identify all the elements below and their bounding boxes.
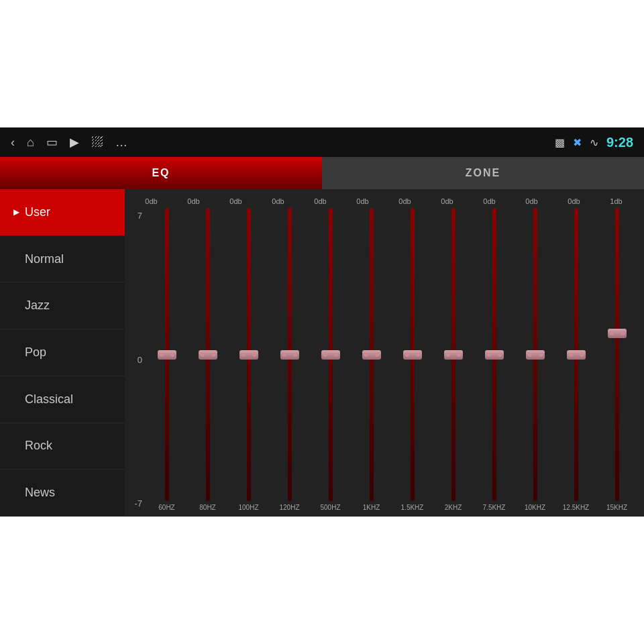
tab-bar: EQ ZONE [0,157,644,189]
db-label-10: 0db [555,197,594,205]
slider-handle-2[interactable] [239,350,258,360]
freq-label-7: 2KHZ [445,504,462,511]
freq-label-4: 500HZ [320,504,340,511]
slider-track-6 [411,208,415,501]
status-bar: ‹ ⌂ ▭ ▶ ⛆ … ▩ ✖ ∿ 9:28 [0,127,644,157]
eq-slider-col-7: 2KHZ [434,208,473,511]
slider-track-3 [288,208,292,501]
eq-slider-col-5: 1KHZ [352,208,391,511]
scale-top: 7 [130,211,142,221]
status-bar-left: ‹ ⌂ ▭ ▶ ⛆ … [11,135,127,150]
db-label-0: 0db [132,197,171,205]
home-icon[interactable]: ⌂ [27,136,34,150]
scale-bot: -7 [130,498,142,508]
db-label-6: 0db [386,197,425,205]
main-content: ▶ User ▶ Normal ▶ Jazz ▶ Pop ▶ Classic [0,189,644,517]
layers-icon[interactable]: ▭ [46,135,58,150]
eq-slider-col-8: 7.5KHZ [475,208,514,511]
eq-scale: 7 0 -7 [130,208,146,511]
freq-label-6: 1.5KHZ [401,504,424,511]
eq-labels-top: 0db0db0db0db0db0db0db0db0db0db0db1db [130,197,637,205]
slider-track-11 [615,208,619,501]
slider-track-container-1 [201,208,215,501]
status-bar-right: ▩ ✖ ∿ 9:28 [555,135,633,150]
eq-slider-col-2: 100HZ [229,208,268,511]
freq-label-10: 12.5KHZ [563,504,589,511]
slider-handle-11[interactable] [608,329,627,338]
slider-handle-8[interactable] [485,350,504,360]
sidebar-item-news[interactable]: ▶ News [0,470,125,517]
db-label-1: 0db [174,197,213,205]
slider-track-2 [247,208,251,501]
db-label-5: 0db [343,197,382,205]
eq-slider-col-10: 12.5KHZ [557,208,596,511]
slider-track-container-2 [242,208,256,501]
slider-handle-1[interactable] [199,350,217,360]
freq-label-9: 10KHZ [525,504,545,511]
freq-label-8: 7.5KHZ [483,504,506,511]
slider-handle-0[interactable] [158,350,176,360]
slider-handle-9[interactable] [526,350,545,360]
slider-track-container-11 [610,208,624,501]
eq-slider-col-11: 15KHZ [598,208,637,511]
eq-main: 7 0 -7 60HZ80HZ100HZ120HZ500HZ1KHZ1.5KHZ… [130,208,637,511]
db-label-3: 0db [259,197,298,205]
sidebar-item-jazz[interactable]: ▶ Jazz [0,282,125,329]
play-icon-pop: ▶ [13,348,19,358]
eq-slider-col-0: 60HZ [148,208,186,511]
slider-track-container-8 [488,208,501,501]
db-label-11: 1db [597,197,636,205]
slider-track-5 [370,208,374,501]
db-label-7: 0db [428,197,467,205]
slider-track-0 [165,208,169,501]
outer-wrapper: ‹ ⌂ ▭ ▶ ⛆ … ▩ ✖ ∿ 9:28 EQ ZONE [0,0,644,644]
db-label-2: 0db [217,197,256,205]
slider-track-10 [574,208,578,501]
sidebar-item-user[interactable]: ▶ User [0,189,125,236]
eq-slider-col-1: 80HZ [189,208,227,511]
wifi-icon: ∿ [590,136,598,149]
eq-panel: 0db0db0db0db0db0db0db0db0db0db0db1db 7 0… [125,189,644,517]
tab-eq[interactable]: EQ [0,157,322,189]
play-icon-jazz: ▶ [13,301,19,311]
sidebar-item-classical[interactable]: ▶ Classical [0,376,125,423]
slider-track-9 [533,208,537,501]
play-icon-normal: ▶ [13,254,19,264]
slider-track-container-3 [283,208,297,501]
slider-track-container-4 [324,208,337,501]
more-icon[interactable]: … [115,136,127,150]
slider-handle-4[interactable] [321,350,340,360]
sidebar-item-rock[interactable]: ▶ Rock [0,423,125,470]
bag-icon[interactable]: ⛆ [91,136,103,150]
slider-handle-3[interactable] [280,350,299,360]
play-icon-classical: ▶ [13,394,19,404]
slider-track-4 [329,208,333,501]
freq-label-5: 1KHZ [363,504,380,511]
back-icon[interactable]: ‹ [11,136,15,150]
videocam-icon[interactable]: ▶ [70,135,79,150]
db-label-4: 0db [301,197,340,205]
eq-slider-col-9: 10KHZ [516,208,555,511]
sidebar-item-pop[interactable]: ▶ Pop [0,329,125,376]
slider-handle-10[interactable] [567,350,586,360]
slider-handle-7[interactable] [444,350,463,360]
slider-handle-6[interactable] [403,350,422,360]
play-icon-rock: ▶ [13,441,19,451]
sidebar: ▶ User ▶ Normal ▶ Jazz ▶ Pop ▶ Classic [0,189,125,517]
freq-label-0: 60HZ [158,504,174,511]
slider-track-container-6 [406,208,419,501]
eq-slider-col-4: 500HZ [311,208,350,511]
sidebar-item-normal[interactable]: ▶ Normal [0,236,125,283]
eq-slider-col-3: 120HZ [270,208,309,511]
eq-sliders: 60HZ80HZ100HZ120HZ500HZ1KHZ1.5KHZ2KHZ7.5… [146,208,637,511]
play-icon: ▶ [13,207,19,217]
slider-handle-5[interactable] [362,350,381,360]
eq-slider-col-6: 1.5KHZ [393,208,432,511]
slider-track-container-7 [447,208,460,501]
freq-label-11: 15KHZ [606,504,627,511]
freq-label-1: 80HZ [199,504,215,511]
tab-zone[interactable]: ZONE [322,157,644,189]
slider-track-container-0 [160,208,174,501]
db-label-9: 0db [513,197,551,205]
freq-label-3: 120HZ [279,504,299,511]
